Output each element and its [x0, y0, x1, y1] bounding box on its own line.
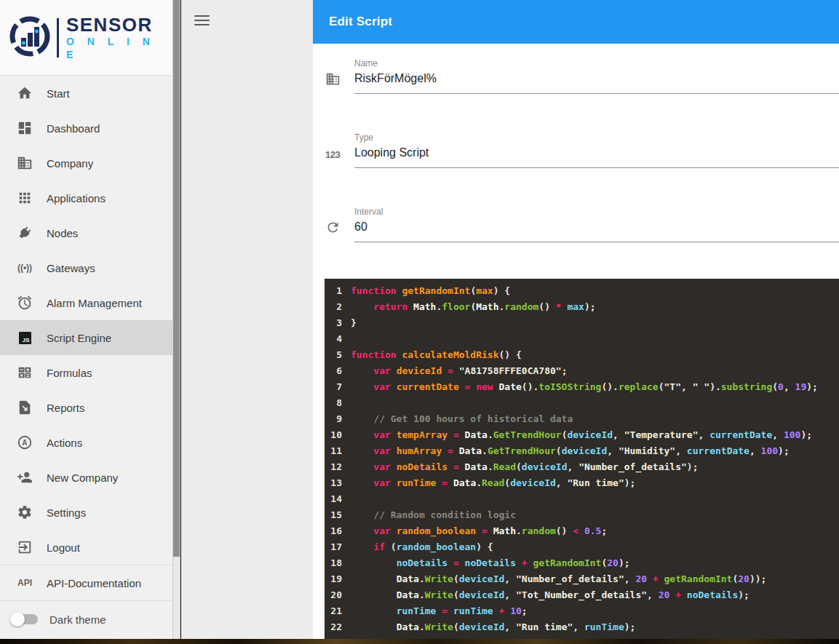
alarm-clock-icon — [16, 294, 33, 311]
menu-toggle-button[interactable] — [194, 15, 210, 27]
toggle-thumb — [10, 612, 25, 627]
sidebar-item-label: Alarm Management — [47, 297, 142, 309]
sidebar-item-start[interactable]: Start — [0, 76, 172, 111]
code-line[interactable]: 3} — [325, 315, 839, 331]
code-line[interactable]: 11 var humArray = Data.GetTrendHour(devi… — [325, 443, 839, 459]
logo[interactable]: SENSOR O N L I N E — [0, 0, 172, 76]
logout-icon — [16, 538, 33, 556]
code-text: Data.Write(deviceId, "Tot_Number_of_deta… — [351, 587, 749, 603]
code-line[interactable]: 16 var random_boolean = Math.random() < … — [325, 523, 839, 539]
code-text: } — [351, 315, 357, 331]
code-line[interactable]: 22 Data.Write(deviceId, "Run time", runT… — [325, 619, 839, 635]
interval-label: Interval — [354, 207, 839, 219]
gear-icon — [16, 504, 33, 521]
edit-script-panel: Edit Script Name RiskFörMögel% 123 Type … — [313, 0, 839, 639]
dashboard-icon — [16, 119, 33, 137]
sidebar-item-script-engine[interactable]: JSScript Engine — [0, 320, 172, 355]
type-field: 123 Type Looping Script — [313, 129, 839, 168]
code-line[interactable]: 5function calculateMoldRisk() { — [325, 347, 839, 363]
apps-grid-icon — [16, 189, 33, 207]
line-number: 8 — [325, 395, 342, 411]
sidebar-item-label: Settings — [47, 506, 86, 519]
line-number: 5 — [325, 347, 342, 363]
dark-theme-row: Dark theme — [0, 601, 172, 637]
line-number: 20 — [325, 587, 342, 603]
line-number: 4 — [325, 331, 342, 347]
sidebar-item-settings[interactable]: Settings — [0, 495, 172, 530]
sidebar-item-alarm-management[interactable]: Alarm Management — [0, 285, 172, 320]
number-123-icon: 123 — [325, 148, 344, 164]
sidebar-item-company[interactable]: Company — [0, 146, 172, 180]
code-line[interactable]: 6 var deviceId = "A81758FFFE0CA780"; — [325, 363, 839, 379]
sidebar-item-label: Dashboard — [47, 122, 100, 135]
code-text: Data.Write(deviceId, "Number_of_details"… — [351, 571, 766, 587]
code-line[interactable]: 18 noDetails = noDetails + getRandomInt(… — [325, 555, 839, 571]
sidebar-item-applications[interactable]: Applications — [0, 180, 172, 215]
code-line[interactable]: 1function getRandomInt(max) { — [325, 283, 839, 299]
sidebar-item-label: Start — [47, 87, 70, 100]
code-line[interactable]: 21 runTime = runTime + 10; — [325, 603, 839, 619]
line-number: 18 — [325, 555, 342, 571]
sidebar-scrollbar[interactable] — [172, 0, 180, 639]
sidebar-scrollbar-thumb[interactable] — [173, 0, 180, 557]
sidebar-item-label: New Company — [47, 472, 118, 484]
code-line[interactable]: 19 Data.Write(deviceId, "Number_of_detai… — [325, 571, 839, 587]
code-line[interactable]: 14 — [325, 491, 839, 507]
line-number: 3 — [325, 315, 342, 331]
sidebar-item-api-documentation[interactable]: API API-Documentation — [0, 565, 172, 600]
dark-theme-toggle[interactable] — [10, 612, 39, 627]
code-text: function calculateMoldRisk() { — [351, 347, 522, 363]
sidebar-item-dashboard[interactable]: Dashboard — [0, 111, 172, 146]
code-text: var runTime = Data.Read(deviceId, "Run t… — [351, 475, 635, 491]
sidebar-menu: StartDashboardCompanyApplicationsNodes((… — [0, 76, 172, 565]
code-line[interactable]: 4 — [325, 331, 839, 347]
code-line[interactable]: 17 if (random_boolean) { — [325, 539, 839, 555]
code-line[interactable]: 9 // Get 100 hours of historical data — [325, 411, 839, 427]
code-text: runTime = runTime + 10; — [351, 603, 528, 619]
name-input[interactable]: RiskFörMögel% — [354, 72, 839, 87]
code-line[interactable]: 2 return Math.floor(Math.random() * max)… — [325, 299, 839, 315]
dark-theme-label: Dark theme — [49, 613, 106, 626]
name-label: Name — [354, 58, 839, 71]
line-number: 1 — [325, 283, 342, 299]
code-line[interactable]: 20 Data.Write(deviceId, "Tot_Number_of_d… — [325, 587, 839, 603]
name-field: Name RiskFörMögel% — [313, 55, 839, 94]
sidebar-item-actions[interactable]: AActions — [0, 425, 172, 460]
code-line[interactable]: 10 var tempArray = Data.GetTrendHour(dev… — [325, 427, 839, 443]
building-icon — [325, 71, 344, 87]
sidebar-item-formulas[interactable]: Formulas — [0, 355, 172, 390]
code-line[interactable]: 12 var noDetails = Data.Read(deviceId, "… — [325, 459, 839, 475]
sidebar-item-label: Actions — [47, 437, 82, 449]
code-line[interactable]: 7 var currentDate = new Date().toISOStri… — [325, 379, 839, 395]
line-number: 19 — [325, 571, 342, 587]
sidebar-item-nodes[interactable]: Nodes — [0, 215, 172, 250]
code-text: function getRandomInt(max) { — [351, 283, 510, 299]
type-select[interactable]: Looping Script — [354, 146, 839, 161]
code-text: return Math.floor(Math.random() * max); — [351, 299, 596, 315]
sidebar-item-label: Script Engine — [47, 332, 111, 344]
calculator-icon — [16, 364, 33, 381]
building-icon — [16, 154, 33, 172]
code-line[interactable]: 8 — [325, 395, 839, 411]
logo-divider — [57, 18, 59, 57]
sidebar-item-reports[interactable]: Reports — [0, 390, 172, 425]
code-text: Data.Write(deviceId, "Run time", runTime… — [351, 619, 635, 635]
code-text: var noDetails = Data.Read(deviceId, "Num… — [351, 459, 699, 475]
code-line[interactable]: 13 var runTime = Data.Read(deviceId, "Ru… — [325, 475, 839, 491]
code-line[interactable]: 23 } else { — [325, 635, 839, 639]
code-line[interactable]: 15 // Random condition logic — [325, 507, 839, 523]
js-icon: JS — [16, 329, 33, 346]
line-number: 16 — [325, 523, 342, 539]
interval-field: Interval 60 — [313, 203, 839, 242]
code-editor[interactable]: 1function getRandomInt(max) {2 return Ma… — [325, 279, 839, 639]
sidebar-item-label: Applications — [47, 192, 106, 204]
line-number: 2 — [325, 299, 342, 315]
sidebar-item-gateways[interactable]: ((•))Gateways — [0, 250, 172, 285]
interval-input[interactable]: 60 — [354, 220, 839, 235]
sidebar-item-logout[interactable]: Logout — [0, 530, 172, 565]
sidebar-item-new-company[interactable]: New Company — [0, 460, 172, 495]
line-number: 12 — [325, 459, 342, 475]
panel-title: Edit Script — [329, 15, 392, 29]
code-text: // Get 100 hours of historical data — [351, 411, 573, 427]
content-background — [181, 0, 313, 639]
